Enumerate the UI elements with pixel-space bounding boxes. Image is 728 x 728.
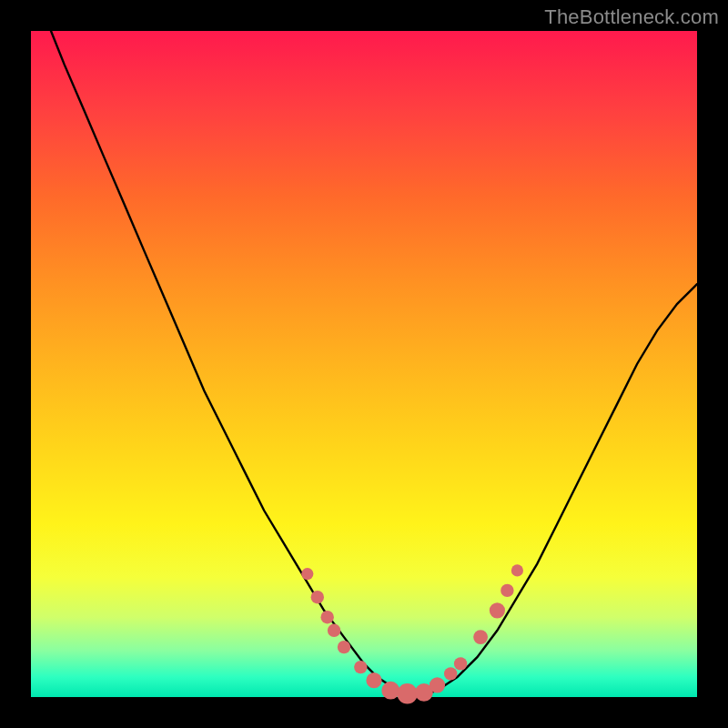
chart-frame: TheBottleneck.com: [0, 0, 728, 728]
chart-svg: [31, 31, 697, 697]
curve-marker: [430, 677, 445, 693]
curve-marker: [301, 568, 313, 580]
bottleneck-curve: [51, 31, 697, 697]
curve-markers: [301, 564, 523, 703]
chart-plot-area: [31, 31, 697, 697]
curve-marker: [454, 657, 467, 670]
watermark-text: TheBottleneck.com: [544, 5, 719, 29]
curve-marker: [338, 641, 350, 653]
curve-marker: [321, 611, 334, 623]
curve-marker: [490, 602, 505, 618]
curve-marker: [381, 682, 399, 700]
curve-marker: [311, 591, 324, 603]
curve-marker: [354, 661, 367, 673]
curve-marker: [366, 672, 381, 688]
curve-marker: [397, 683, 417, 703]
curve-marker: [444, 667, 457, 680]
curve-marker: [328, 624, 340, 637]
curve-marker: [511, 564, 523, 576]
curve-marker: [500, 584, 513, 597]
curve-marker: [473, 630, 488, 644]
